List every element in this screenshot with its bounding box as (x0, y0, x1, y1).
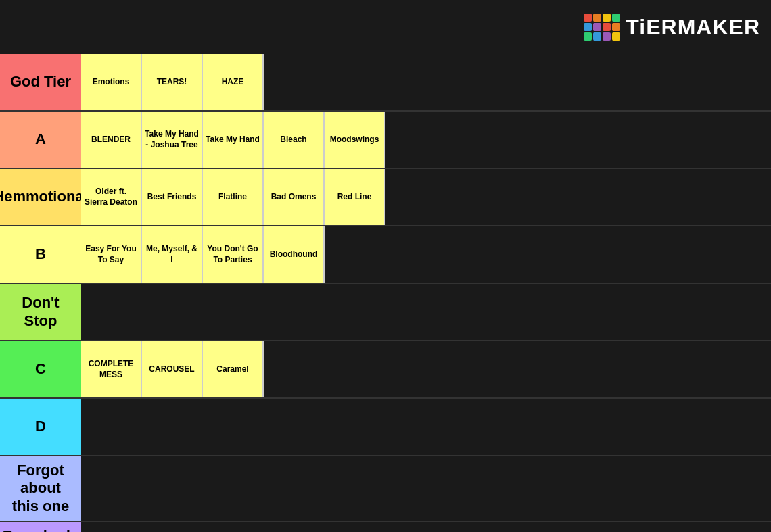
tier-empty-b (325, 226, 771, 283)
tier-label-a: A (0, 112, 81, 168)
tier-label-everybody: Everybody Makes Mistakes (0, 522, 81, 532)
tier-item[interactable]: Take My Hand (203, 112, 264, 168)
tier-item[interactable]: Caramel (203, 341, 264, 397)
tier-items-dontstop (81, 284, 771, 340)
tier-row-dontstop: Don't Stop (0, 284, 771, 341)
tier-item[interactable]: You Don't Go To Parties (203, 226, 264, 283)
tier-item[interactable]: Moodswings (325, 112, 386, 168)
logo-grid-icon (584, 14, 620, 41)
tier-item[interactable]: CAROUSEL (142, 341, 203, 397)
tier-item[interactable]: Flatline (203, 169, 264, 225)
tier-empty-dontstop (81, 284, 771, 340)
tier-empty-d (81, 399, 771, 455)
tier-item[interactable]: BLENDER (81, 112, 142, 168)
tier-row-everybody: Everybody Makes Mistakes (0, 522, 771, 532)
tier-list: God TierEmotionsTEARS!HAZEABLENDERTake M… (0, 54, 771, 532)
tier-label-hemmotional: Hemmotional (0, 169, 81, 225)
tier-label-b: B (0, 226, 81, 283)
tier-items-b: Easy For You To SayMe, Myself, & IYou Do… (81, 226, 771, 283)
tier-item[interactable]: Me, Myself, & I (142, 226, 203, 283)
tier-item[interactable]: Emotions (81, 54, 142, 110)
tier-items-a: BLENDERTake My Hand - Joshua TreeTake My… (81, 112, 771, 168)
tier-empty-a (386, 112, 771, 168)
tier-row-b: BEasy For You To SayMe, Myself, & IYou D… (0, 226, 771, 284)
tier-label-god: God Tier (0, 54, 81, 110)
tier-item[interactable]: Older ft. Sierra Deaton (81, 169, 142, 225)
tier-items-god: EmotionsTEARS!HAZE (81, 54, 771, 110)
tier-label-dontstop: Don't Stop (0, 284, 81, 340)
tier-item[interactable]: Bad Omens (264, 169, 325, 225)
tier-item[interactable]: TEARS! (142, 54, 203, 110)
tier-row-forgot: Forgot about this one (0, 456, 771, 522)
tier-item[interactable]: Take My Hand - Joshua Tree (142, 112, 203, 168)
tier-items-hemmotional: Older ft. Sierra DeatonBest FriendsFlatl… (81, 169, 771, 225)
tier-row-c: CCOMPLETE MESSCAROUSELCaramel (0, 341, 771, 399)
tier-empty-everybody (81, 522, 771, 532)
tier-item[interactable]: Best Friends (142, 169, 203, 225)
tier-empty-forgot (81, 456, 771, 521)
logo: TiERMAKER (584, 14, 760, 41)
tier-item[interactable]: Bleach (264, 112, 325, 168)
tier-items-c: COMPLETE MESSCAROUSELCaramel (81, 341, 771, 397)
tier-empty-hemmotional (386, 169, 771, 225)
tier-empty-c (264, 341, 771, 397)
tier-label-d: D (0, 399, 81, 455)
tier-row-hemmotional: HemmotionalOlder ft. Sierra DeatonBest F… (0, 169, 771, 226)
tier-item[interactable]: Red Line (325, 169, 386, 225)
tier-item[interactable]: COMPLETE MESS (81, 341, 142, 397)
tier-items-d (81, 399, 771, 455)
tier-label-c: C (0, 341, 81, 397)
tier-item[interactable]: Bloodhound (264, 226, 325, 283)
tier-items-forgot (81, 456, 771, 521)
tier-label-forgot: Forgot about this one (0, 456, 81, 521)
tier-row-d: D (0, 399, 771, 456)
tier-empty-god (264, 54, 771, 110)
tier-row-god: God TierEmotionsTEARS!HAZE (0, 54, 771, 112)
tier-item[interactable]: Easy For You To Say (81, 226, 142, 283)
tier-items-everybody (81, 522, 771, 532)
tier-item[interactable]: HAZE (203, 54, 264, 110)
tier-row-a: ABLENDERTake My Hand - Joshua TreeTake M… (0, 112, 771, 169)
header: TiERMAKER (0, 0, 771, 54)
logo-text: TiERMAKER (626, 15, 760, 40)
